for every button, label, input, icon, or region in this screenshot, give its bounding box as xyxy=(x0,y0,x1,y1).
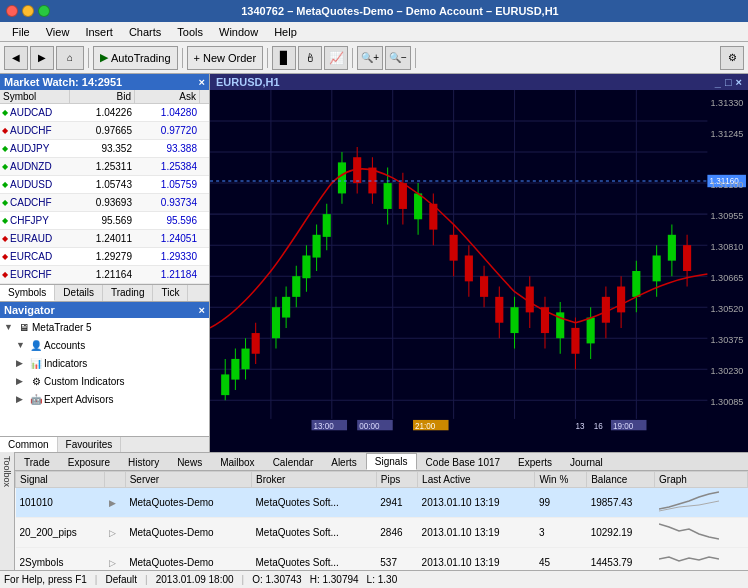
bottom-tab-experts[interactable]: Experts xyxy=(509,454,561,470)
nav-icon: 📊 xyxy=(28,358,44,369)
menu-charts[interactable]: Charts xyxy=(121,24,169,40)
menu-tools[interactable]: Tools xyxy=(169,24,211,40)
zoom-in-btn[interactable]: 🔍+ xyxy=(357,46,383,70)
market-watch-row[interactable]: ◆ CHFJPY 95.569 95.596 xyxy=(0,212,209,230)
ask-price: 0.97720 xyxy=(135,125,200,136)
market-watch-row[interactable]: ◆ AUDCAD 1.04226 1.04280 xyxy=(0,104,209,122)
bottom-tab-news[interactable]: News xyxy=(168,454,211,470)
market-watch-row[interactable]: ◆ AUDCHF 0.97665 0.97720 xyxy=(0,122,209,140)
sep1 xyxy=(88,48,89,68)
chart-bar-btn[interactable]: ▊ xyxy=(272,46,296,70)
signal-graph xyxy=(655,518,748,548)
minimize-button[interactable] xyxy=(22,5,34,17)
market-watch-row[interactable]: ◆ CADCHF 0.93693 0.93734 xyxy=(0,194,209,212)
toolbar-fwd-btn[interactable]: ▶ xyxy=(30,46,54,70)
bottom-tab-mailbox[interactable]: Mailbox xyxy=(211,454,263,470)
signal-server: MetaQuotes-Demo xyxy=(125,518,251,548)
bid-price: 1.25311 xyxy=(70,161,135,172)
status-dot: ◆ xyxy=(0,252,10,261)
chart-minimize-btn[interactable]: _ xyxy=(715,76,721,88)
market-watch-row[interactable]: ◆ EURCAD 1.29279 1.29330 xyxy=(0,248,209,266)
nav-tab-favourites[interactable]: Favourites xyxy=(58,437,122,452)
market-watch-row[interactable]: ◆ AUDJPY 93.352 93.388 xyxy=(0,140,209,158)
menu-help[interactable]: Help xyxy=(266,24,305,40)
signal-name: 101010 xyxy=(16,488,105,518)
market-watch-row[interactable]: ◆ EURAUD 1.24011 1.24051 xyxy=(0,230,209,248)
svg-text:19:00: 19:00 xyxy=(613,422,634,431)
expand-icon: ▶ xyxy=(16,358,28,368)
ask-price: 0.93734 xyxy=(135,197,200,208)
svg-rect-63 xyxy=(617,287,625,313)
menu-window[interactable]: Window xyxy=(211,24,266,40)
signal-win: 45 xyxy=(535,548,587,571)
tab-trading[interactable]: Trading xyxy=(103,285,154,301)
autotrading-button[interactable]: ▶ AutoTrading xyxy=(93,46,178,70)
col-pips: Pips xyxy=(376,472,417,488)
status-dot: ◆ xyxy=(0,270,10,279)
settings-btn[interactable]: ⚙ xyxy=(720,46,744,70)
close-button[interactable] xyxy=(6,5,18,17)
svg-text:1.30520: 1.30520 xyxy=(710,304,743,314)
tab-tick[interactable]: Tick xyxy=(153,285,188,301)
chart-close-btn[interactable]: × xyxy=(736,76,742,88)
nav-tab-common[interactable]: Common xyxy=(0,437,58,452)
svg-rect-65 xyxy=(653,255,661,281)
high-price: H: 1.30794 xyxy=(310,574,359,585)
signal-row[interactable]: 2Symbols ▷ MetaQuotes-Demo MetaQuotes So… xyxy=(16,548,748,571)
navigator-item[interactable]: ▼ 👤 Accounts xyxy=(0,336,209,354)
bottom-tab-trade[interactable]: Trade xyxy=(15,454,59,470)
chart-maximize-btn[interactable]: □ xyxy=(725,76,732,88)
market-watch-close[interactable]: × xyxy=(199,76,205,88)
signal-win: 3 xyxy=(535,518,587,548)
chart-line-btn[interactable]: 📈 xyxy=(324,46,348,70)
bid-price: 0.93693 xyxy=(70,197,135,208)
signal-broker: MetaQuotes Soft... xyxy=(251,488,376,518)
signal-row[interactable]: 20_200_pips ▷ MetaQuotes-Demo MetaQuotes… xyxy=(16,518,748,548)
bottom-tab-calendar[interactable]: Calendar xyxy=(264,454,323,470)
bottom-tab-history[interactable]: History xyxy=(119,454,168,470)
nav-item-label: MetaTrader 5 xyxy=(32,322,205,333)
bid-price: 1.24011 xyxy=(70,233,135,244)
market-watch: Market Watch: 14:2951 × Symbol Bid Ask ◆… xyxy=(0,74,209,301)
chart-main[interactable]: 1.31160 1.31330 1.31245 1.31100 1.30955 … xyxy=(210,90,748,452)
zoom-out-btn[interactable]: 🔍− xyxy=(385,46,411,70)
svg-text:13: 13 xyxy=(575,422,584,431)
bottom-tab-exposure[interactable]: Exposure xyxy=(59,454,119,470)
status-dot: ◆ xyxy=(0,216,10,225)
bid-price: 93.352 xyxy=(70,143,135,154)
col-ask: Ask xyxy=(135,90,200,103)
tab-symbols[interactable]: Symbols xyxy=(0,285,55,301)
navigator-item[interactable]: ▶ ⚙ Custom Indicators xyxy=(0,372,209,390)
navigator-item[interactable]: ▼ 🖥 MetaTrader 5 xyxy=(0,318,209,336)
svg-text:00:00: 00:00 xyxy=(359,422,380,431)
chart-candle-btn[interactable]: 🕯 xyxy=(298,46,322,70)
signal-pips: 2846 xyxy=(376,518,417,548)
menu-view[interactable]: View xyxy=(38,24,78,40)
nav-icon: 👤 xyxy=(28,340,44,351)
sep4 xyxy=(352,48,353,68)
menu-file[interactable]: File xyxy=(4,24,38,40)
toolbar-home-btn[interactable]: ⌂ xyxy=(56,46,84,70)
tab-details[interactable]: Details xyxy=(55,285,103,301)
market-watch-row[interactable]: ◆ EURCHF 1.21164 1.21184 xyxy=(0,266,209,284)
svg-rect-37 xyxy=(399,183,407,209)
signal-last-active: 2013.01.10 13:19 xyxy=(418,548,535,571)
new-order-button[interactable]: + New Order xyxy=(187,46,264,70)
navigator-close[interactable]: × xyxy=(199,304,205,316)
navigator-body: ▼ 🖥 MetaTrader 5 ▼ 👤 Accounts ▶ 📊 Indica… xyxy=(0,318,209,436)
market-watch-row[interactable]: ◆ AUDNZD 1.25311 1.25384 xyxy=(0,158,209,176)
menu-insert[interactable]: Insert xyxy=(77,24,121,40)
symbol-name: AUDNZD xyxy=(10,161,70,172)
maximize-button[interactable] xyxy=(38,5,50,17)
navigator-tabs: Common Favourites xyxy=(0,436,209,452)
bottom-tab-journal[interactable]: Journal xyxy=(561,454,612,470)
navigator-item[interactable]: ▶ 📊 Indicators xyxy=(0,354,209,372)
bottom-tab-code-base-1017[interactable]: Code Base 1017 xyxy=(417,454,510,470)
navigator-item[interactable]: ▶ 🤖 Expert Advisors xyxy=(0,390,209,408)
signal-row[interactable]: 101010 ▶ MetaQuotes-Demo MetaQuotes Soft… xyxy=(16,488,748,518)
toolbar-back-btn[interactable]: ◀ xyxy=(4,46,28,70)
toolbox-label[interactable]: Toolbox xyxy=(2,456,12,487)
market-watch-row[interactable]: ◆ AUDUSD 1.05743 1.05759 xyxy=(0,176,209,194)
bottom-tab-signals[interactable]: Signals xyxy=(366,453,417,470)
bottom-tab-alerts[interactable]: Alerts xyxy=(322,454,366,470)
